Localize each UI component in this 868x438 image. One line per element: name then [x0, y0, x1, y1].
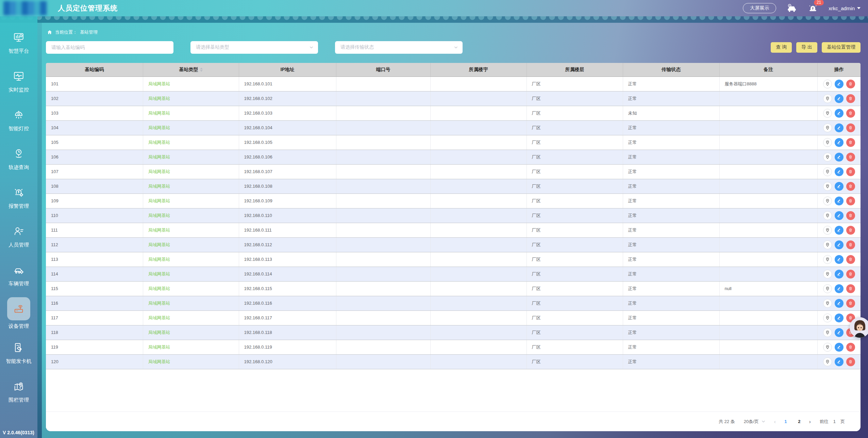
- alarm-icon[interactable]: 21: [807, 3, 818, 14]
- vehicle-icon[interactable]: [786, 3, 797, 14]
- edit-button[interactable]: [835, 357, 844, 366]
- station-type-link[interactable]: 局域网基站: [148, 81, 170, 86]
- delete-button[interactable]: [846, 211, 855, 220]
- sidebar-item-vehicle-mgmt[interactable]: 车辆管理: [0, 256, 37, 292]
- station-type-link[interactable]: 局域网基站: [148, 344, 170, 350]
- locate-button[interactable]: [823, 240, 832, 249]
- export-button[interactable]: 导 出: [796, 42, 817, 53]
- locate-button[interactable]: [823, 123, 832, 132]
- locate-button[interactable]: [823, 80, 832, 88]
- station-type-link[interactable]: 局域网基站: [148, 330, 170, 335]
- delete-button[interactable]: [846, 94, 855, 103]
- edit-button[interactable]: [835, 255, 844, 264]
- station-type-link[interactable]: 局域网基站: [148, 228, 170, 233]
- sidebar-item-track-query[interactable]: 轨迹查询: [0, 140, 37, 176]
- edit-button[interactable]: [835, 182, 844, 191]
- delete-button[interactable]: [846, 123, 855, 132]
- query-button[interactable]: 查 询: [771, 42, 792, 53]
- edit-button[interactable]: [835, 226, 844, 235]
- sidebar-item-card-dispenser[interactable]: 智能发卡机: [0, 334, 37, 370]
- delete-button[interactable]: [846, 343, 855, 352]
- station-type-link[interactable]: 局域网基站: [148, 96, 170, 101]
- delete-button[interactable]: [846, 240, 855, 249]
- locate-button[interactable]: [823, 94, 832, 103]
- edit-button[interactable]: [835, 314, 844, 322]
- user-menu[interactable]: xrkc_admin: [829, 5, 861, 11]
- edit-button[interactable]: [835, 270, 844, 279]
- next-page-button[interactable]: ›: [809, 419, 811, 424]
- station-type-link[interactable]: 局域网基站: [148, 271, 170, 276]
- locate-button[interactable]: [823, 167, 832, 176]
- station-type-link[interactable]: 局域网基站: [148, 315, 170, 320]
- locate-button[interactable]: [823, 357, 832, 366]
- station-type-link[interactable]: 局域网基站: [148, 286, 170, 291]
- station-code-input[interactable]: [46, 41, 173, 54]
- delete-button[interactable]: [846, 357, 855, 366]
- locate-button[interactable]: [823, 226, 832, 235]
- delete-button[interactable]: [846, 109, 855, 118]
- station-type-select[interactable]: 请选择基站类型: [190, 41, 318, 54]
- edit-button[interactable]: [835, 138, 844, 147]
- station-type-link[interactable]: 局域网基站: [148, 213, 170, 218]
- locate-button[interactable]: [823, 138, 832, 147]
- station-type-link[interactable]: 局域网基站: [148, 359, 170, 364]
- delete-button[interactable]: [846, 182, 855, 191]
- sidebar-item-device-mgmt[interactable]: 设备管理: [0, 295, 37, 331]
- station-type-link[interactable]: 局域网基站: [148, 242, 170, 247]
- sidebar-item-person-mgmt[interactable]: 人员管理: [0, 218, 37, 254]
- edit-button[interactable]: [835, 80, 844, 88]
- prev-page-button[interactable]: ‹: [774, 419, 776, 424]
- delete-button[interactable]: [846, 197, 855, 205]
- edit-button[interactable]: [835, 94, 844, 103]
- locate-button[interactable]: [823, 343, 832, 352]
- delete-button[interactable]: [846, 226, 855, 235]
- sidebar-item-alarm-mgmt[interactable]: 报警管理: [0, 179, 37, 215]
- delete-button[interactable]: [846, 299, 855, 308]
- delete-button[interactable]: [846, 284, 855, 293]
- edit-button[interactable]: [835, 211, 844, 220]
- station-type-link[interactable]: 局域网基站: [148, 301, 170, 306]
- station-position-button[interactable]: 基站位置管理: [822, 42, 861, 53]
- sort-icon[interactable]: [200, 68, 203, 72]
- locate-button[interactable]: [823, 255, 832, 264]
- station-type-link[interactable]: 局域网基站: [148, 184, 170, 189]
- station-type-link[interactable]: 局域网基站: [148, 125, 170, 130]
- edit-button[interactable]: [835, 299, 844, 308]
- edit-button[interactable]: [835, 153, 844, 162]
- edit-button[interactable]: [835, 343, 844, 352]
- edit-button[interactable]: [835, 109, 844, 118]
- station-type-link[interactable]: 局域网基站: [148, 154, 170, 159]
- edit-button[interactable]: [835, 197, 844, 205]
- page-button-1[interactable]: 1: [782, 419, 789, 424]
- delete-button[interactable]: [846, 153, 855, 162]
- delete-button[interactable]: [846, 167, 855, 176]
- locate-button[interactable]: [823, 197, 832, 205]
- locate-button[interactable]: [823, 109, 832, 118]
- sidebar-item-smart-platform[interactable]: 智慧平台: [0, 24, 37, 60]
- edit-button[interactable]: [835, 240, 844, 249]
- station-type-link[interactable]: 局域网基站: [148, 111, 170, 116]
- station-type-link[interactable]: 局域网基站: [148, 169, 170, 174]
- column-header[interactable]: 基站类型: [143, 63, 239, 77]
- locate-button[interactable]: [823, 299, 832, 308]
- locate-button[interactable]: [823, 270, 832, 279]
- sidebar-item-fence-mgmt[interactable]: 围栏管理: [0, 373, 37, 409]
- delete-button[interactable]: [846, 80, 855, 88]
- page-button-2[interactable]: 2: [796, 419, 803, 424]
- goto-page-input[interactable]: 1: [833, 419, 836, 424]
- assistant-avatar[interactable]: [850, 317, 868, 338]
- locate-button[interactable]: [823, 182, 832, 191]
- delete-button[interactable]: [846, 270, 855, 279]
- station-type-link[interactable]: 局域网基站: [148, 140, 170, 145]
- edit-button[interactable]: [835, 284, 844, 293]
- station-type-link[interactable]: 局域网基站: [148, 257, 170, 262]
- edit-button[interactable]: [835, 328, 844, 337]
- locate-button[interactable]: [823, 284, 832, 293]
- locate-button[interactable]: [823, 153, 832, 162]
- big-screen-button[interactable]: 大屏展示: [743, 3, 776, 13]
- locate-button[interactable]: [823, 314, 832, 322]
- edit-button[interactable]: [835, 123, 844, 132]
- locate-button[interactable]: [823, 328, 832, 337]
- transmission-status-select[interactable]: 请选择传输状态: [335, 41, 463, 54]
- delete-button[interactable]: [846, 255, 855, 264]
